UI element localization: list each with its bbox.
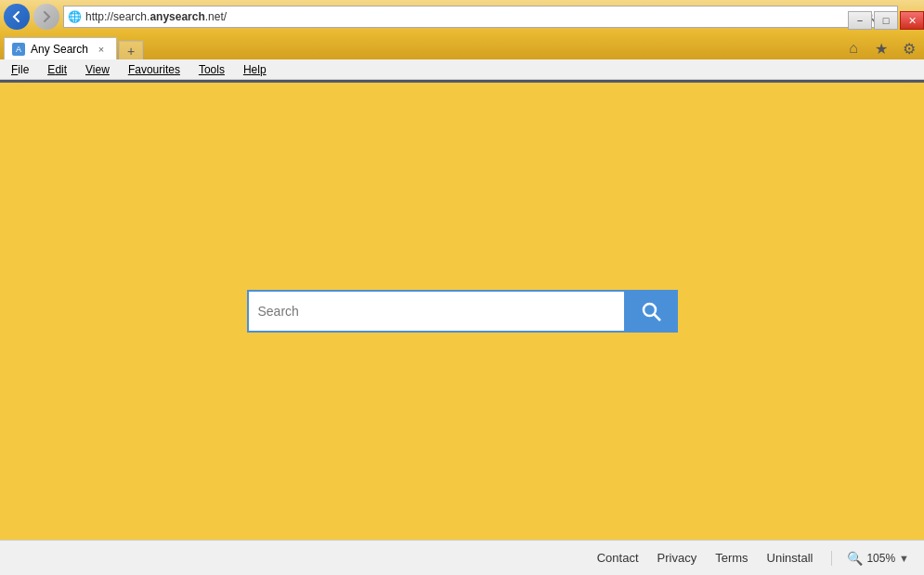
menu-edit[interactable]: Edit <box>44 61 71 78</box>
maximize-button[interactable]: □ <box>874 11 898 30</box>
contact-link[interactable]: Contact <box>597 551 639 565</box>
back-button[interactable] <box>4 4 30 30</box>
tab-favicon: A <box>12 43 25 56</box>
address-text: http://search.anysearch.net/ <box>85 10 857 23</box>
address-bar-area: 🌐 http://search.anysearch.net/ 🔍 ▼ ↻ <box>63 6 920 28</box>
toolbar-icons: ⌂ ★ ⚙ <box>842 37 920 59</box>
menu-tools[interactable]: Tools <box>195 61 228 78</box>
search-input[interactable] <box>247 290 624 333</box>
new-tab-button[interactable]: + <box>119 41 143 59</box>
window-controls: − □ ✕ <box>848 0 924 33</box>
menu-file[interactable]: File <box>7 61 33 78</box>
title-bar: 🌐 http://search.anysearch.net/ 🔍 ▼ ↻ − □… <box>0 0 924 33</box>
settings-button[interactable]: ⚙ <box>898 37 920 59</box>
address-icon: 🌐 <box>68 10 82 23</box>
terms-link[interactable]: Terms <box>715 551 748 565</box>
search-container <box>247 290 678 333</box>
search-icon <box>640 300 662 322</box>
zoom-area: 🔍 105% ▼ <box>831 551 909 566</box>
favorites-button[interactable]: ★ <box>870 37 892 59</box>
privacy-link[interactable]: Privacy <box>657 551 697 565</box>
zoom-dropdown[interactable]: ▼ <box>899 553 909 564</box>
tab-bar: A Any Search × + ⌂ ★ ⚙ <box>0 33 924 59</box>
tab-close-button[interactable]: × <box>94 42 109 57</box>
tab-title: Any Search <box>31 43 88 56</box>
menu-favourites[interactable]: Favourites <box>124 61 184 78</box>
zoom-icon: 🔍 <box>847 551 863 566</box>
menu-help[interactable]: Help <box>240 61 270 78</box>
minimize-button[interactable]: − <box>848 11 872 30</box>
forward-button[interactable] <box>33 4 59 30</box>
menu-bar: File Edit View Favourites Tools Help <box>0 59 924 80</box>
menu-view[interactable]: View <box>82 61 113 78</box>
close-button[interactable]: ✕ <box>900 11 924 30</box>
search-button[interactable] <box>624 290 678 333</box>
home-button[interactable]: ⌂ <box>842 37 865 59</box>
svg-line-1 <box>654 315 660 321</box>
status-links: Contact Privacy Terms Uninstall <box>597 551 813 565</box>
status-bar: Contact Privacy Terms Uninstall 🔍 105% ▼ <box>0 540 924 575</box>
address-bar[interactable]: 🌐 http://search.anysearch.net/ 🔍 ▼ <box>63 6 898 28</box>
svg-point-0 <box>644 304 656 316</box>
main-content <box>0 83 924 540</box>
uninstall-link[interactable]: Uninstall <box>767 551 813 565</box>
browser-tab[interactable]: A Any Search × <box>4 37 117 59</box>
zoom-value: 105% <box>866 552 895 565</box>
